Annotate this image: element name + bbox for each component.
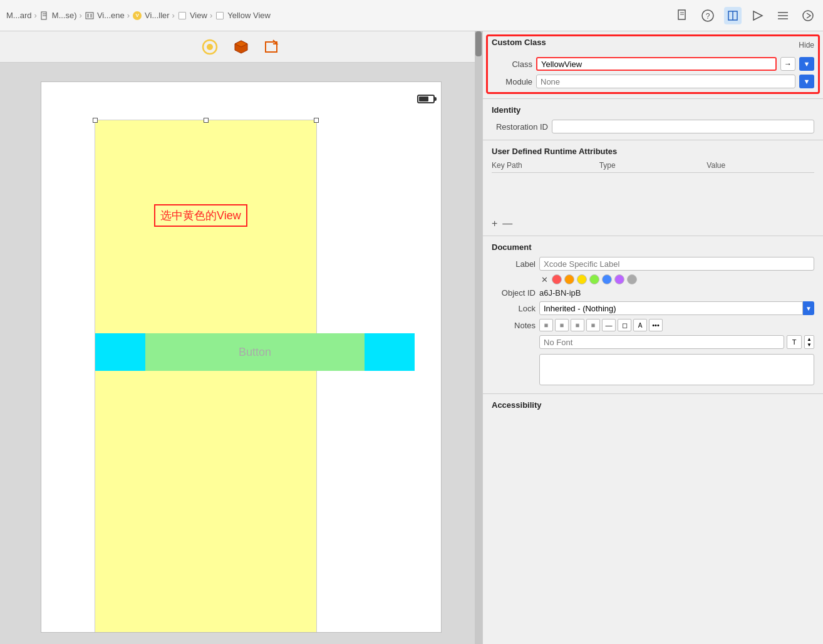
notes-row: Notes ≡ ≡ ≡ ≡ — ◻ A ••• — [492, 319, 814, 331]
help-button[interactable]: ? — [699, 7, 717, 24]
object-id-value: a6J-BN-ipB — [539, 288, 581, 298]
notes-toolbar: ≡ ≡ ≡ ≡ — ◻ A ••• — [539, 319, 663, 331]
class-field-row: Class → ▼ — [492, 57, 814, 71]
arrow-button[interactable] — [749, 7, 767, 24]
user-defined-section: User Defined Runtime Attributes Key Path… — [483, 140, 823, 236]
color-gray-button[interactable] — [627, 274, 637, 284]
notes-textarea[interactable] — [539, 354, 814, 385]
breadcrumb-sep-1: › — [80, 11, 82, 20]
identity-title: Identity — [492, 105, 814, 115]
canvas-scrollbar[interactable] — [475, 31, 482, 644]
handle-top-right[interactable] — [314, 118, 319, 123]
button-label[interactable]: Button — [145, 333, 365, 371]
font-input[interactable] — [539, 335, 784, 349]
handle-top-center[interactable] — [204, 118, 209, 123]
circle-tool-button[interactable] — [200, 38, 219, 56]
breadcrumb-bar: M...ard › M...se) › Vi...ene › V Vi...ll… — [0, 0, 823, 31]
button-view[interactable]: Button — [95, 333, 415, 371]
object-id-row: Object ID a6J-BN-ipB — [492, 288, 814, 298]
th-type: Type — [599, 161, 707, 170]
breadcrumb-item-5[interactable]: Yellow View — [215, 11, 271, 21]
color-yellow-button[interactable] — [577, 274, 587, 284]
svg-point-17 — [803, 11, 813, 21]
svg-rect-5 — [90, 14, 92, 18]
breadcrumb-item-2[interactable]: Vi...ene — [85, 11, 125, 21]
forward-button[interactable] — [799, 7, 817, 24]
annotation-box: 选中黄色的View — [154, 204, 247, 227]
document-section: Document Label ✕ Object ID a6J-BN-ipB — [483, 236, 823, 394]
cube-tool-button[interactable] — [232, 38, 251, 56]
color-purple-button[interactable] — [614, 274, 624, 284]
lock-dropdown-container[interactable]: Inherited - (Nothing) ▼ — [539, 301, 814, 315]
notes-more-button[interactable]: ••• — [649, 319, 663, 331]
notes-a-box-button[interactable]: A — [633, 319, 647, 331]
color-blue-button[interactable] — [602, 274, 612, 284]
svg-text:?: ? — [706, 12, 710, 21]
main-area: Button 选中黄色的View Custom Class — [0, 31, 823, 644]
class-dropdown-button[interactable]: ▼ — [799, 57, 814, 71]
class-input[interactable] — [536, 57, 777, 71]
lock-dropdown-arrow[interactable]: ▼ — [803, 301, 814, 315]
new-file-button[interactable] — [674, 7, 691, 24]
notes-box-button[interactable]: ◻ — [618, 319, 631, 331]
doc-icon — [39, 11, 49, 21]
module-label: Module — [492, 77, 532, 86]
breadcrumb-item-0[interactable]: M...ard — [6, 11, 31, 20]
breadcrumb-item-3[interactable]: V Vi...ller — [132, 11, 170, 21]
font-stepper-button[interactable]: ▲▼ — [804, 335, 814, 349]
canvas-content: Button 选中黄色的View — [3, 63, 479, 644]
label-field-row: Label — [492, 257, 814, 271]
canvas-scrollbar-thumb[interactable] — [475, 31, 482, 56]
font-row: T ▲▼ — [539, 335, 814, 349]
udra-actions: + — — [492, 218, 814, 229]
color-circles-row: ✕ — [539, 274, 814, 284]
svg-rect-4 — [87, 14, 89, 18]
breadcrumb-item-1[interactable]: M...se) — [39, 11, 77, 21]
module-field-row: Module ▼ — [492, 75, 814, 88]
hide-link[interactable]: Hide — [799, 41, 814, 49]
notes-align-center-button[interactable]: ≡ — [555, 319, 569, 331]
breadcrumb-label-5: Yellow View — [227, 11, 271, 20]
udra-table-header: Key Path Type Value — [492, 161, 814, 173]
lock-row: Lock Inherited - (Nothing) ▼ — [492, 301, 814, 315]
restoration-id-row: Restoration ID — [492, 120, 814, 133]
class-arrow-button[interactable]: → — [780, 57, 795, 71]
restoration-id-input[interactable] — [552, 120, 814, 133]
th-value: Value — [707, 161, 814, 170]
yellow-view[interactable]: Button — [95, 120, 317, 633]
inspector-button[interactable] — [724, 7, 742, 24]
font-T-button[interactable]: T — [787, 335, 802, 349]
color-red-button[interactable] — [552, 274, 562, 284]
notes-dash-button[interactable]: — — [602, 319, 616, 331]
notes-align-right-button[interactable]: ≡ — [571, 319, 584, 331]
module-dropdown-button[interactable]: ▼ — [799, 75, 814, 88]
battery-icon — [417, 95, 435, 103]
breadcrumb: M...ard › M...se) › Vi...ene › V Vi...ll… — [6, 11, 271, 21]
status-bar — [417, 95, 435, 103]
handle-top-left[interactable] — [93, 118, 98, 123]
accessibility-section: Accessibility — [483, 394, 823, 440]
doc-label-input[interactable] — [539, 257, 814, 271]
canvas-pane: Button 选中黄色的View — [0, 31, 482, 644]
lock-label: Lock — [492, 304, 536, 313]
udra-table-body — [492, 175, 814, 213]
breadcrumb-item-4[interactable]: View — [177, 11, 207, 21]
custom-class-title: Custom Class — [492, 38, 546, 47]
udra-remove-button[interactable]: — — [502, 218, 512, 229]
color-orange-button[interactable] — [564, 274, 574, 284]
canvas-scroll[interactable]: Button 选中黄色的View — [0, 63, 482, 644]
breadcrumb-sep-0: › — [34, 11, 36, 20]
doc-label-label: Label — [492, 259, 536, 269]
notes-align-justify-button[interactable]: ≡ — [586, 319, 600, 331]
color-none-button[interactable]: ✕ — [539, 274, 549, 284]
notes-align-left-button[interactable]: ≡ — [539, 319, 553, 331]
module-input[interactable] — [536, 75, 795, 88]
breadcrumb-label-2: Vi...ene — [97, 11, 125, 20]
user-defined-title: User Defined Runtime Attributes — [492, 147, 814, 156]
udra-add-button[interactable]: + — [492, 218, 497, 229]
arrow-box-tool-button[interactable] — [263, 38, 282, 56]
svg-point-19 — [207, 44, 213, 50]
color-green-button[interactable] — [589, 274, 599, 284]
class-label: Class — [492, 60, 532, 69]
lines-button[interactable] — [774, 7, 792, 24]
